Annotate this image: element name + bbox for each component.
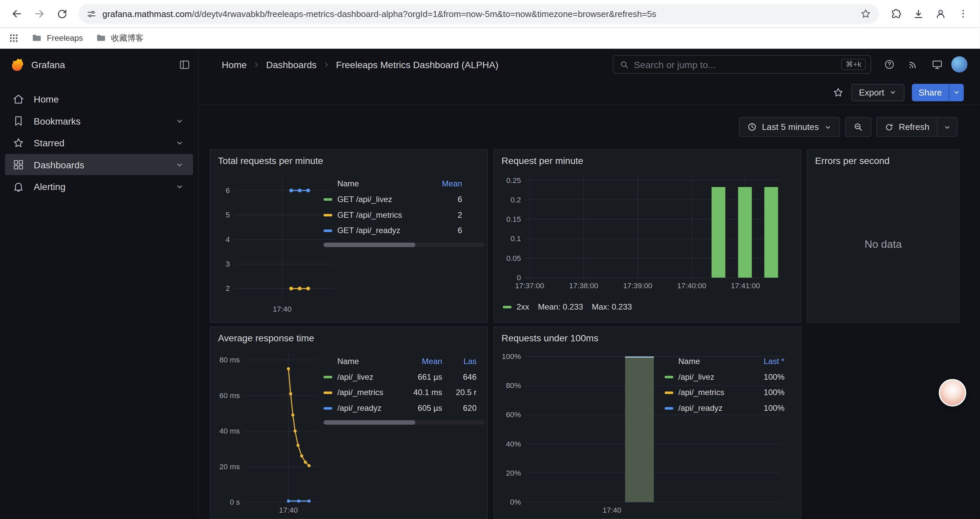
export-button[interactable]: Export — [851, 83, 904, 101]
legend-row[interactable]: /api/_readyz 605 µs 620 — [323, 400, 477, 416]
scrollbar-thumb[interactable] — [323, 420, 415, 425]
share-menu-caret[interactable] — [949, 83, 964, 101]
downloads-icon[interactable] — [908, 3, 929, 24]
svg-text:0.2: 0.2 — [510, 196, 521, 204]
series-name[interactable]: GET /api/_livez — [337, 194, 392, 204]
panel-title[interactable]: Request per minute — [494, 150, 800, 166]
back-icon[interactable] — [6, 3, 28, 24]
series-color-dash — [665, 375, 673, 378]
screen: grafana.mathmast.com/d/deytv4rwavabkb/fr… — [0, 0, 980, 519]
legend-header-last[interactable]: Las — [442, 356, 477, 366]
legend-row[interactable]: GET /api/_metrics 2 — [323, 207, 462, 223]
url-bar[interactable]: grafana.mathmast.com/d/deytv4rwavabkb/fr… — [79, 4, 879, 24]
svg-text:100%: 100% — [502, 352, 521, 361]
series-name[interactable]: GET /api/_readyz — [337, 226, 400, 235]
request-per-minute-chart[interactable]: 0.250.20.150.10.05017:37:0017:38:0017:39… — [497, 167, 792, 295]
grafana-logo — [9, 56, 25, 73]
legend-header-mean[interactable]: Mean — [427, 179, 462, 188]
search-bar[interactable]: ⌘+k — [613, 55, 871, 74]
series-name[interactable]: /api/_metrics — [678, 388, 724, 397]
refresh-interval-caret[interactable] — [937, 118, 957, 136]
legend-row[interactable]: GET /api/_livez 6 — [323, 192, 462, 207]
series-mean: 6 — [427, 226, 462, 235]
sidebar-item-dashboards[interactable]: Dashboards — [5, 154, 193, 175]
legend-scrollbar[interactable] — [323, 420, 485, 425]
grafana-app: Grafana Home Dashboards Freeleaps Metric… — [0, 49, 980, 519]
reload-icon[interactable] — [51, 3, 73, 24]
breadcrumb: Home Dashboards Freeleaps Metrics Dashbo… — [222, 59, 499, 70]
forward-icon[interactable] — [29, 3, 50, 24]
legend-inline: 2xx Mean: 0.233 Max: 0.233 — [503, 302, 632, 311]
chevron-down-icon — [943, 123, 951, 131]
legend-header-name[interactable]: Name — [665, 356, 749, 366]
monitor-icon[interactable] — [928, 55, 946, 74]
bookmark-star-icon[interactable] — [860, 8, 871, 19]
panel-title[interactable]: Average response time — [210, 327, 487, 343]
search-shortcut: ⌘+k — [841, 59, 865, 70]
share-button[interactable]: Share — [912, 83, 949, 101]
favorite-star-icon[interactable] — [832, 86, 844, 98]
breadcrumb-dashboards[interactable]: Dashboards — [266, 59, 317, 70]
help-icon[interactable] — [880, 55, 899, 74]
time-range-picker[interactable]: Last 5 minutes — [739, 117, 840, 137]
legend-header-mean[interactable]: Mean — [408, 356, 442, 366]
legend-row[interactable]: /api/_livez 661 µs 646 — [323, 369, 477, 385]
series-color-dash — [323, 198, 332, 200]
sidebar-item-home[interactable]: Home — [5, 88, 193, 110]
chevron-down-icon[interactable] — [175, 182, 184, 191]
site-settings-icon[interactable] — [86, 8, 97, 19]
legend-row[interactable]: GET /api/_readyz 6 — [323, 223, 462, 238]
series-name[interactable]: /api/_readyz — [678, 404, 723, 413]
browser-menu-icon[interactable] — [953, 3, 974, 24]
series-mean-stat: Mean: 0.233 — [538, 302, 583, 311]
chevron-down-icon[interactable] — [175, 160, 184, 169]
average-response-chart[interactable]: 80 ms60 ms40 ms20 ms0 s17:40 — [212, 345, 340, 519]
svg-text:60%: 60% — [506, 410, 521, 419]
svg-text:40 ms: 40 ms — [220, 427, 240, 435]
grafana-brand-row: Grafana — [0, 49, 199, 80]
bookmark-label: Freeleaps — [47, 33, 83, 42]
panel-title[interactable]: Total requests per minute — [210, 150, 487, 166]
series-name[interactable]: /api/_livez — [337, 372, 373, 382]
bookmark-folder-blogs[interactable]: 收藏博客 — [95, 32, 143, 43]
panel-title[interactable]: Requests under 100ms — [494, 327, 800, 343]
apps-grid-icon[interactable] — [9, 33, 19, 43]
time-range-label: Last 5 minutes — [762, 122, 819, 132]
legend-row[interactable]: /api/_metrics 40.1 ms 20.5 r — [323, 385, 477, 401]
assistant-avatar[interactable] — [939, 379, 966, 406]
panel-requests-under-100ms: Requests under 100ms 100%80%60%40%20%0%1… — [493, 326, 801, 519]
news-rss-icon[interactable] — [904, 55, 923, 74]
sidebar-item-alerting[interactable]: Alerting — [5, 176, 193, 197]
bookmark-folder-freeleaps[interactable]: Freeleaps — [31, 32, 83, 43]
series-name[interactable]: /api/_metrics — [337, 388, 383, 397]
legend-series[interactable]: 2xx — [503, 302, 529, 311]
chevron-down-icon[interactable] — [175, 138, 184, 147]
search-input[interactable] — [634, 59, 837, 70]
user-avatar[interactable] — [951, 56, 968, 73]
profile-icon[interactable] — [930, 3, 951, 24]
sidebar-item-bookmarks[interactable]: Bookmarks — [5, 110, 193, 132]
legend-scrollbar[interactable] — [323, 243, 485, 247]
legend-header-name[interactable]: Name — [323, 356, 408, 366]
panel-errors-per-second: Errors per second No data — [807, 149, 959, 323]
legend-row[interactable]: /api/_livez 100% — [665, 369, 784, 385]
legend-row[interactable]: /api/_metrics 100% — [665, 385, 784, 401]
legend-table: Name Mean Las /api/_livez 661 µs 646 /ap… — [323, 353, 485, 425]
dock-sidebar-icon[interactable] — [179, 58, 191, 70]
legend-row[interactable]: /api/_readyz 100% — [665, 400, 784, 416]
svg-text:4: 4 — [226, 235, 230, 244]
series-name[interactable]: 2xx — [517, 302, 529, 311]
svg-text:17:37:00: 17:37:00 — [515, 281, 544, 290]
refresh-button[interactable]: Refresh — [877, 118, 937, 136]
sidebar-item-starred[interactable]: Starred — [5, 132, 193, 153]
series-name[interactable]: GET /api/_metrics — [337, 210, 402, 219]
series-name[interactable]: /api/_livez — [678, 372, 714, 382]
extensions-icon[interactable] — [885, 3, 906, 24]
legend-header-last[interactable]: Last * — [749, 356, 784, 366]
legend-header-name[interactable]: Name — [323, 179, 427, 188]
series-name[interactable]: /api/_readyz — [337, 404, 382, 413]
chevron-down-icon[interactable] — [175, 116, 184, 125]
scrollbar-thumb[interactable] — [323, 243, 415, 247]
zoom-out-button[interactable] — [845, 117, 871, 137]
breadcrumb-home[interactable]: Home — [222, 59, 247, 70]
